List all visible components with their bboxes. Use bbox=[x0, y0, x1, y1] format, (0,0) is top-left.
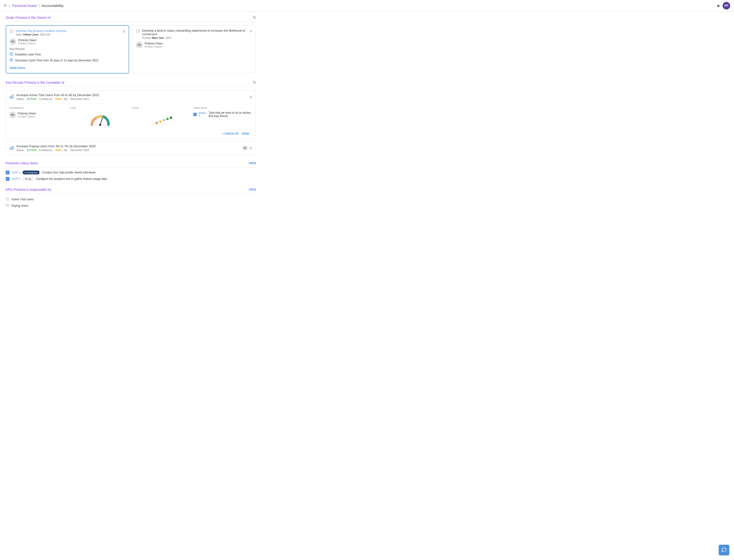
svg-rect-4 bbox=[10, 97, 11, 98]
kr-1-vi-checkbox: ✓ bbox=[193, 113, 197, 116]
goal-1-flag-icon bbox=[10, 29, 14, 34]
kr-1-last-col: Last bbox=[71, 106, 130, 128]
goal-1-subtitle: Team Yellow Lions 2022 Q4 bbox=[16, 33, 67, 36]
vi-list-item-2: ✓ SUP-2 To-do Configure the analytics to… bbox=[6, 177, 256, 181]
svg-line-7 bbox=[100, 118, 103, 125]
kr-1-meta: Status: ACTIVE Confidence: HIGH By: Dece… bbox=[16, 98, 99, 100]
goal-1-kr-2-text: Decrease Cycle Time from 30 days to 14 d… bbox=[15, 59, 99, 62]
svg-rect-14 bbox=[10, 148, 11, 150]
svg-point-10 bbox=[159, 121, 161, 123]
goal-1-kr-icon-1 bbox=[10, 52, 13, 57]
svg-point-11 bbox=[163, 119, 165, 121]
kpis-section-header: KPIs Pretoria is responsible for VIEW bbox=[6, 188, 256, 194]
kr-2-header-right: PO ∨ bbox=[242, 145, 252, 151]
vi-section-header: Pretoria's Value Items VIEW bbox=[6, 161, 256, 167]
kr-2-expand-button[interactable]: ∨ bbox=[250, 146, 252, 150]
kr-2-info: Increase Paying Users from 3% to 7% by D… bbox=[16, 144, 96, 152]
kr-section-header: Key Results Pretoria is the Caretaker of… bbox=[6, 80, 256, 87]
goals-expand-icon[interactable]: ⇅ bbox=[253, 15, 256, 20]
goals-section-header: Goals Pretoria is the Owner of ⇅ bbox=[6, 15, 256, 22]
kr-section-title: Key Results Pretoria is the Caretaker of bbox=[6, 81, 64, 84]
svg-rect-15 bbox=[11, 147, 12, 149]
goal-2-owner-row: PO Pretoria Owen Product Owner bbox=[136, 42, 252, 48]
goal-1-kr-icon-2 bbox=[10, 58, 13, 63]
menu-icon[interactable]: ☰ bbox=[4, 4, 7, 7]
kpis-section: KPIs Pretoria is responsible for VIEW Ac… bbox=[6, 188, 256, 208]
goal-2-owner-info: Pretoria Owen Product Owner bbox=[145, 42, 163, 48]
kr-2-status-value: ACTIVE bbox=[27, 149, 36, 152]
goal-2-owner-avatar: PO bbox=[136, 42, 143, 48]
goal-card-2-header-left: Develop a best-in-class onboarding exper… bbox=[136, 29, 250, 39]
kr-expand-icon[interactable]: ⇅ bbox=[253, 80, 256, 85]
kr-2-confidence-label: Confidence: bbox=[39, 149, 53, 152]
home-icon[interactable]: ⌂ bbox=[9, 4, 10, 7]
kr-2-confidence-value: HIGH bbox=[55, 149, 62, 152]
kr-1-owner-avatar: PO bbox=[9, 112, 16, 118]
goal-1-team: Yellow Lions bbox=[23, 33, 39, 36]
goal-1-owner-row: PO Pretoria Owen Product Owner bbox=[10, 38, 125, 45]
kr-1-body-grid: Caretaker(s) PO Pretoria Owen Product Ow… bbox=[9, 106, 252, 128]
check-in-button[interactable]: + CHECK-IN bbox=[222, 132, 238, 135]
kr-1-view-button[interactable]: VIEW bbox=[242, 132, 249, 135]
svg-rect-1 bbox=[10, 53, 13, 55]
kr-card-1-header[interactable]: Increase Active Trial Users from 40 to 6… bbox=[6, 90, 256, 103]
kr-card-2-header[interactable]: Increase Paying Users from 3% to 7% by D… bbox=[6, 142, 256, 154]
vi-item-1-checkbox[interactable]: ✓ bbox=[6, 171, 10, 174]
svg-rect-16 bbox=[13, 146, 13, 149]
kr-1-last-label: Last bbox=[71, 106, 130, 109]
kr-1-vi-id: MAR2-2 bbox=[199, 112, 207, 117]
kr-1-confidence-value: HIGH bbox=[55, 98, 62, 100]
vi-item-2-id: SUP-2 bbox=[12, 177, 20, 181]
goal-1-title[interactable]: Improve the product creation process bbox=[16, 29, 67, 33]
kpis-view-link[interactable]: VIEW bbox=[249, 188, 256, 191]
vi-item-1-title: Conduct four high-profile clients interv… bbox=[42, 171, 95, 174]
goal-card-1: Improve the product creation process Tea… bbox=[6, 25, 129, 74]
kr-1-collapse-button[interactable]: ∧ bbox=[250, 95, 252, 99]
value-items-section: Pretoria's Value Items VIEW ✓ SUP-1 In p… bbox=[6, 161, 256, 181]
goal-2-info: Develop a best-in-class onboarding exper… bbox=[142, 29, 250, 39]
kr-1-by-label: By: bbox=[64, 98, 68, 100]
vi-list: ✓ SUP-1 In progress Conduct four high-pr… bbox=[6, 171, 256, 181]
kr-1-info: Increase Active Trial Users from 40 to 6… bbox=[16, 93, 99, 100]
goal-1-period: 2022 Q4 bbox=[40, 33, 50, 36]
breadcrumb-separator: > bbox=[38, 4, 40, 8]
kr-1-chart-icon bbox=[9, 94, 14, 100]
kr-section: Key Results Pretoria is the Caretaker of… bbox=[6, 80, 256, 155]
header-left: ☰ ⌂ Personal board > Accountability bbox=[4, 4, 64, 8]
goal-2-title[interactable]: Develop a best-in-class onboarding exper… bbox=[142, 29, 250, 36]
goal-card-2: Develop a best-in-class onboarding exper… bbox=[133, 25, 256, 74]
goal-1-kr-item-2: Decrease Cycle Time from 30 days to 14 d… bbox=[10, 58, 125, 63]
goal-1-collapse-button[interactable]: ∧ bbox=[123, 29, 125, 34]
kr-2-owner-avatar: PO bbox=[242, 145, 248, 151]
kpi-list: Active Trial Users Paying Users bbox=[6, 197, 256, 208]
vi-item-2-checkbox[interactable]: ✓ bbox=[6, 177, 10, 181]
kpi-2-label: Paying Users bbox=[11, 204, 28, 207]
goals-section: Goals Pretoria is the Owner of ⇅ Improve… bbox=[6, 15, 256, 74]
kr-card-2-header-left: Increase Paying Users from 3% to 7% by D… bbox=[9, 144, 96, 152]
kpi-2-icon bbox=[6, 203, 10, 208]
user-avatar[interactable]: PP bbox=[723, 2, 730, 10]
goal-2-owner-name: Pretoria Owen bbox=[145, 42, 163, 45]
goal-2-expand-button[interactable]: ∨ bbox=[250, 29, 252, 33]
kr-1-trend-label: Trend bbox=[132, 106, 191, 109]
goal-1-owner-avatar: PO bbox=[10, 38, 16, 45]
main-content: Goals Pretoria is the Owner of ⇅ Improve… bbox=[0, 11, 262, 218]
goal-2-period: 2023 bbox=[165, 36, 171, 39]
kr-1-title: Increase Active Trial Users from 40 to 6… bbox=[16, 93, 99, 97]
kpi-1-label: Active Trial Users bbox=[11, 198, 34, 201]
vi-item-1-tag: In progress bbox=[23, 171, 40, 174]
kr-1-vi-row: ✓ MAR2-2 Task that we want to do to achi… bbox=[193, 111, 252, 118]
vi-item-2-title: Configure the analytics tool to gather f… bbox=[36, 177, 107, 181]
vi-list-item-1: ✓ SUP-1 In progress Conduct four high-pr… bbox=[6, 171, 256, 174]
goal-1-owner-info: Pretoria Owen Product Owner bbox=[18, 39, 36, 45]
kr-card-1: Increase Active Trial Users from 40 to 6… bbox=[6, 90, 256, 139]
monitor-icon[interactable]: ▣ bbox=[717, 4, 720, 7]
goal-card-2-header: Develop a best-in-class onboarding exper… bbox=[136, 29, 252, 39]
board-label[interactable]: Personal board bbox=[12, 4, 37, 8]
view-goal-link[interactable]: VIEW GOAL bbox=[10, 66, 26, 70]
svg-rect-2 bbox=[10, 59, 13, 61]
header-right: ▣ PP bbox=[717, 2, 730, 10]
goal-1-info: Improve the product creation process Tea… bbox=[16, 29, 67, 36]
vi-view-link[interactable]: VIEW bbox=[249, 162, 256, 165]
vi-item-2-tag: To-do bbox=[23, 177, 34, 181]
